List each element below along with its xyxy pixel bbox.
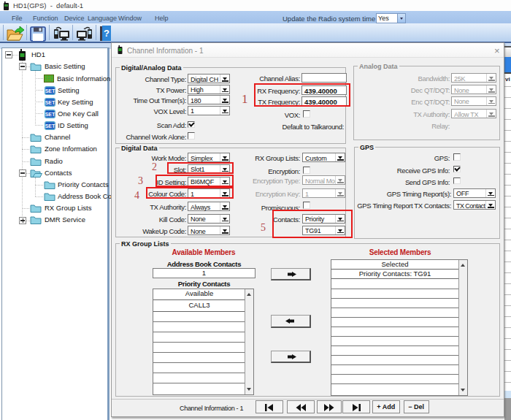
svg-text:SET: SET [45,112,55,117]
svg-text:SET: SET [45,123,55,129]
svg-text:SET: SET [45,88,55,93]
svg-text:SET: SET [45,100,55,105]
svg-text:?: ? [104,28,110,39]
